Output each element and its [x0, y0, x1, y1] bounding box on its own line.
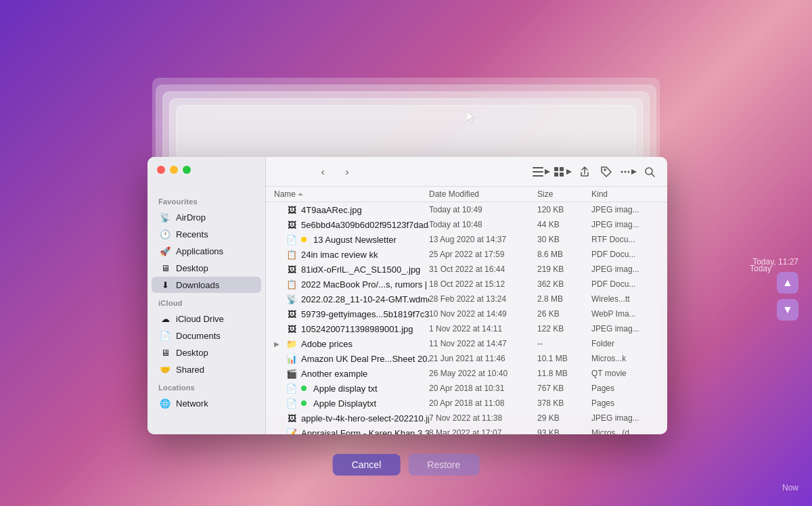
table-row[interactable]: 🖼 10524200711398989001.jpg 1 Nov 2022 at… [266, 321, 667, 336]
tag-button[interactable] [597, 162, 616, 181]
cancel-button[interactable]: Cancel [333, 454, 401, 476]
table-row[interactable]: 📋 2022 MacBook Pro/...s, rumors | Macwor… [266, 277, 667, 292]
file-icon: 🖼 [286, 204, 297, 215]
table-row[interactable]: 📄 13 August Newsletter 13 Aug 2020 at 14… [266, 232, 667, 247]
table-row[interactable]: 🖼 5e6bbd4a309b6d02f95123f7dada2def.jpg T… [266, 217, 667, 232]
file-name-cell: 📄 13 August Newsletter [274, 234, 429, 245]
file-icon: 📡 [286, 294, 297, 304]
file-kind: Micros...k [591, 354, 659, 363]
sidebar-item-icloud-drive[interactable]: ☁ iCloud Drive [152, 310, 261, 327]
name-column-header[interactable]: Name [274, 189, 429, 199]
file-name-cell: 📄 Apple Displaytxt [274, 398, 429, 409]
file-date: 25 Apr 2022 at 17:59 [429, 250, 537, 259]
now-label: Now [782, 483, 798, 492]
file-name: Apple Displaytxt [313, 398, 376, 409]
table-row[interactable]: 📡 2022.02.28_11-10-24-GMT.wdmon 28 Feb 2… [266, 292, 667, 306]
close-button[interactable] [157, 166, 165, 174]
file-name: Amazon UK Deal Pre...Sheet 20.06.21.xlsx [301, 354, 429, 364]
file-list: 🖼 4T9aaARec.jpg Today at 10:49 120 KB JP… [266, 202, 667, 434]
minimize-button[interactable] [170, 166, 178, 174]
file-date: 11 Nov 2022 at 14:47 [429, 339, 537, 348]
file-kind: Micros...(d... [591, 428, 659, 434]
timeline-down-button[interactable]: ▼ [777, 299, 798, 321]
restore-button[interactable]: Restore [408, 454, 479, 476]
sidebar-item-applications[interactable]: 🚀 Applications [152, 243, 261, 259]
svg-line-15 [652, 174, 654, 177]
file-size: 29 KB [537, 413, 591, 423]
toolbar-actions [532, 162, 659, 181]
file-size: 120 KB [537, 205, 591, 214]
sidebar-item-documents[interactable]: 📄 Documents [152, 327, 261, 344]
sidebar-item-airdrop[interactable]: 📡 AirDrop [152, 209, 261, 225]
file-size: -- [537, 339, 591, 348]
file-kind: Folder [591, 339, 659, 348]
file-kind: RTF Docu... [591, 235, 659, 244]
file-kind: JPEG imag... [591, 413, 659, 423]
size-column-header[interactable]: Size [537, 189, 591, 199]
grid-view-button[interactable] [554, 162, 572, 181]
table-row[interactable]: ▶ 📁 Adobe prices 11 Nov 2022 at 14:47 --… [266, 336, 667, 351]
file-name-cell: 📝 Appraisal Form - Karen Khan 3.3.22.doc… [274, 428, 429, 434]
table-row[interactable]: 📄 Apple Displaytxt 20 Apr 2018 at 11:08 … [266, 396, 667, 411]
file-name-cell: 🖼 4T9aaARec.jpg [274, 204, 429, 215]
table-row[interactable]: 🖼 59739-gettyimages...5b1819f7c3b58.webp… [266, 306, 667, 321]
bottom-bar: Cancel Restore [333, 454, 480, 476]
table-row[interactable]: 📝 Appraisal Form - Karen Khan 3.3.22.doc… [266, 426, 667, 434]
table-row[interactable]: 🖼 81idX-oFrlL._AC_SL1500_.jpg 31 Oct 202… [266, 262, 667, 277]
svg-rect-6 [560, 167, 564, 171]
sidebar-item-desktop[interactable]: 🖥 Desktop [152, 260, 261, 276]
status-dot-yellow [301, 237, 307, 242]
file-kind: Pages [591, 398, 659, 408]
folder-expand-icon[interactable]: ▶ [274, 340, 282, 348]
file-icon: 📄 [286, 383, 297, 394]
file-kind: JPEG imag... [591, 264, 659, 274]
share-button[interactable] [575, 162, 594, 181]
file-kind: WebP Ima... [591, 309, 659, 319]
more-button[interactable] [618, 162, 637, 181]
table-row[interactable]: 🖼 4T9aaARec.jpg Today at 10:49 120 KB JP… [266, 202, 667, 217]
file-date: 10 Nov 2022 at 14:49 [429, 309, 537, 319]
sidebar-item-downloads[interactable]: ⬇ Downloads [152, 277, 261, 293]
table-row[interactable]: 🖼 apple-tv-4k-hero-select-202210.jpeg 7 … [266, 411, 667, 426]
sidebar-item-recents[interactable]: 🕐 Recents [152, 226, 261, 242]
file-icon: 📋 [286, 249, 297, 260]
sidebar-item-shared[interactable]: 🤝 Shared [152, 361, 261, 377]
timeline-up-button[interactable]: ▲ [777, 272, 798, 294]
file-name: 2022 MacBook Pro/...s, rumors | Macworld [301, 279, 429, 290]
list-view-button[interactable] [532, 162, 551, 181]
file-icon: 🖼 [286, 413, 297, 423]
file-name-cell: 🖼 59739-gettyimages...5b1819f7c3b58.webp [274, 308, 429, 319]
file-name: 10524200711398989001.jpg [301, 324, 413, 334]
file-name-cell: 🖼 apple-tv-4k-hero-select-202210.jpeg [274, 413, 429, 423]
sidebar-item-network[interactable]: 🌐 Network [152, 395, 261, 411]
sidebar: Favourites 📡 AirDrop 🕐 Recents 🚀 Applica… [148, 157, 266, 434]
maximize-button[interactable] [183, 166, 191, 174]
file-date: 21 Jun 2021 at 11:46 [429, 354, 537, 363]
back-button[interactable]: ‹ [313, 162, 332, 181]
table-row[interactable]: 📋 24in imac review kk 25 Apr 2022 at 17:… [266, 247, 667, 262]
file-name-cell: ▶ 📁 Adobe prices [274, 338, 429, 349]
table-row[interactable]: 📄 Apple display txt 20 Apr 2018 at 10:31… [266, 381, 667, 396]
file-kind: QT movie [591, 369, 659, 378]
search-button[interactable] [640, 162, 659, 181]
table-row[interactable]: 📊 Amazon UK Deal Pre...Sheet 20.06.21.xl… [266, 351, 667, 366]
file-size: 10.1 MB [537, 354, 591, 363]
date-column-header[interactable]: Date Modified [429, 189, 537, 199]
file-icon: 🖼 [286, 219, 297, 230]
svg-rect-2 [533, 171, 543, 172]
file-size: 8.6 MB [537, 250, 591, 259]
svg-rect-5 [554, 167, 558, 171]
file-name: 59739-gettyimages...5b1819f7c3b58.webp [301, 309, 429, 319]
icloud-section-title: iCloud [148, 294, 265, 310]
file-name-cell: 🎬 Another example [274, 368, 429, 379]
file-name-cell: 🖼 10524200711398989001.jpg [274, 323, 429, 334]
kind-column-header[interactable]: Kind [591, 189, 659, 199]
forward-button[interactable]: › [338, 162, 357, 181]
sidebar-item-desktop-label: Desktop [176, 263, 208, 273]
file-name-cell: 📋 24in imac review kk [274, 249, 429, 260]
svg-marker-4 [545, 169, 550, 175]
file-date: 7 Nov 2022 at 11:38 [429, 413, 537, 423]
documents-icon: 📄 [160, 330, 171, 341]
table-row[interactable]: 🎬 Another example 26 May 2022 at 10:40 1… [266, 366, 667, 381]
sidebar-item-desktop-icloud[interactable]: 🖥 Desktop [152, 344, 261, 361]
